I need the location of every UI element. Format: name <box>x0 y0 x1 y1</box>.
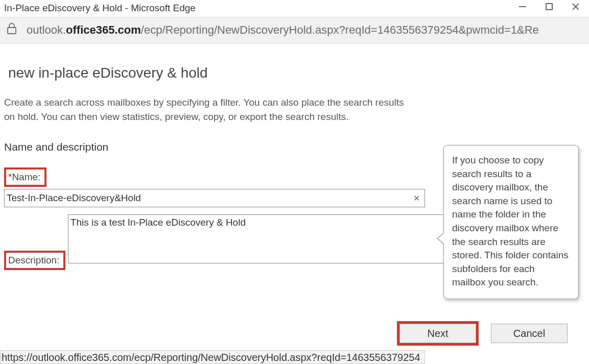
svg-rect-4 <box>8 28 16 34</box>
status-bar: https://outlook.office365.com/ecp/Report… <box>0 350 425 364</box>
clear-icon[interactable]: ✕ <box>413 193 420 203</box>
svg-rect-1 <box>546 4 552 10</box>
help-tooltip: If you choose to copy search results to … <box>443 145 579 299</box>
url-path: /ecp/Reporting/NewDiscoveryHold.aspx?req… <box>141 23 539 36</box>
window-title: In-Place eDiscovery & Hold - Microsoft E… <box>4 3 196 14</box>
name-label: *Name: <box>7 171 41 184</box>
description-label-highlight: Description: <box>4 251 65 270</box>
lock-icon <box>6 22 17 38</box>
description-label: Description: <box>7 254 60 267</box>
maximize-icon[interactable] <box>543 2 555 14</box>
close-icon[interactable] <box>570 2 582 14</box>
title-bar: In-Place eDiscovery & Hold - Microsoft E… <box>0 0 589 17</box>
page-title: new in-place eDiscovery & hold <box>8 65 581 81</box>
url-text: outlook.office365.com/ecp/Reporting/NewD… <box>27 23 539 37</box>
address-bar[interactable]: outlook.office365.com/ecp/Reporting/NewD… <box>0 17 589 43</box>
name-input[interactable] <box>4 189 425 207</box>
minimize-icon[interactable] <box>516 2 529 14</box>
window-controls <box>516 2 582 14</box>
intro-text: Create a search across mailboxes by spec… <box>4 95 413 124</box>
url-prefix: outlook. <box>27 23 66 36</box>
next-button-highlight: Next <box>397 321 479 346</box>
url-host: office365.com <box>66 23 141 36</box>
name-label-highlight: *Name: <box>4 167 46 187</box>
status-url: https://outlook.office365.com/ecp/Report… <box>2 352 420 363</box>
tooltip-text: If you choose to copy search results to … <box>452 155 569 287</box>
description-input[interactable] <box>68 214 489 263</box>
next-button[interactable]: Next <box>399 324 476 343</box>
cancel-button[interactable]: Cancel <box>491 324 568 343</box>
button-row: Next Cancel <box>397 324 568 346</box>
